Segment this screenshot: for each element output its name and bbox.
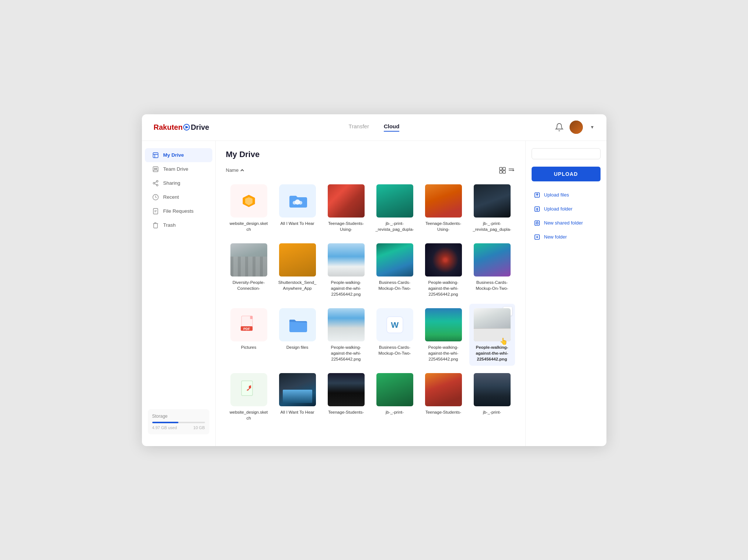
storage-box: Storage 4.97 GB used 10 GB xyxy=(148,409,209,434)
avatar-dropdown-icon[interactable]: ▼ xyxy=(590,125,595,130)
file-name: Pictures xyxy=(241,344,257,350)
file-item[interactable]: jb-_-print-_revista_pag_dupla- xyxy=(469,180,515,236)
file-item[interactable]: Teenage-Students-Using- xyxy=(323,180,369,236)
file-item[interactable]: Teenage-Students- xyxy=(323,369,369,425)
file-thumbnail xyxy=(376,184,413,218)
file-thumbnail xyxy=(230,243,267,276)
svg-text:W: W xyxy=(391,320,399,330)
file-item[interactable]: Business-Cards-Mockup-On-Two- xyxy=(469,239,515,301)
search-input[interactable] xyxy=(536,151,598,156)
file-thumbnail xyxy=(474,308,511,341)
file-item[interactable]: People-walking-against-the-whi-225456442… xyxy=(421,239,466,301)
sidebar-item-file-requests[interactable]: File Requests xyxy=(145,204,212,218)
avatar[interactable] xyxy=(570,121,583,134)
page-title: My Drive xyxy=(226,150,260,159)
file-thumbnail xyxy=(328,243,365,276)
sidebar-label-recent: Recent xyxy=(163,194,179,200)
file-name: Teenage-Students-Using- xyxy=(326,220,366,232)
sidebar-item-sharing[interactable]: Sharing xyxy=(145,176,212,190)
upload-folder-action[interactable]: Upload folder xyxy=(532,203,601,215)
svg-point-24 xyxy=(293,201,296,205)
sidebar-item-team-drive[interactable]: Team Drive xyxy=(145,162,212,176)
drive-logo-icon xyxy=(183,124,190,131)
file-item[interactable]: jb-_-print-_revista_pag_dupla- xyxy=(372,180,418,236)
file-item[interactable]: PDF Pictures xyxy=(226,304,272,366)
file-item[interactable]: All I Want To Hear xyxy=(275,180,320,236)
svg-rect-12 xyxy=(153,208,158,214)
sort-name-button[interactable]: Name xyxy=(226,167,245,173)
view-toggle[interactable] xyxy=(499,167,515,174)
avatar-image xyxy=(570,121,583,134)
file-item[interactable]: Teenage-Students-Using- xyxy=(421,180,466,236)
file-thumbnail xyxy=(474,373,511,406)
sidebar-item-recent[interactable]: Recent xyxy=(145,190,212,204)
sidebar-label-trash: Trash xyxy=(163,222,176,228)
file-thumbnail xyxy=(425,373,462,406)
file-item[interactable]: People-walking-against-the-whi-225456442… xyxy=(323,239,369,301)
file-item[interactable]: 👆 People-walking-against-the-whi-2254564… xyxy=(469,304,515,366)
list-sort-icon[interactable] xyxy=(508,167,515,174)
upload-files-action[interactable]: Upload files xyxy=(532,189,601,201)
file-thumbnail xyxy=(328,373,365,406)
svg-point-5 xyxy=(156,168,157,169)
svg-rect-15 xyxy=(500,167,502,170)
header-right: ▼ xyxy=(555,121,595,134)
file-name: Design files xyxy=(286,344,308,350)
svg-point-44 xyxy=(536,222,538,224)
file-item[interactable]: W Business-Cards-Mockup-On-Two- xyxy=(372,304,418,366)
file-item[interactable]: website_design.sketch xyxy=(226,369,272,425)
file-name: jb-_-print- xyxy=(483,409,501,415)
upload-folder-label: Upload folder xyxy=(544,206,573,212)
pdf-icon: PDF xyxy=(240,315,258,334)
file-thumbnail xyxy=(425,243,462,276)
file-item[interactable]: jb-_-print- xyxy=(469,369,515,425)
folder-shared-svg xyxy=(286,190,309,212)
team-drive-icon xyxy=(152,166,159,173)
file-item[interactable]: website_design.sketch xyxy=(226,180,272,236)
svg-marker-1 xyxy=(185,126,189,129)
file-item[interactable]: People-walking-against-the-whi-225456442… xyxy=(421,304,466,366)
file-name: website_design.sketch xyxy=(229,220,269,232)
file-name: People-walking-against-the-whi-225456442… xyxy=(424,344,463,362)
action-list: Upload files Upload folder xyxy=(532,189,601,243)
new-folder-action[interactable]: New folder xyxy=(532,231,601,243)
tab-transfer[interactable]: Transfer xyxy=(349,123,369,132)
file-name: All I Want To Hear xyxy=(280,409,314,415)
file-name: Teenage-Students- xyxy=(425,409,461,415)
file-item[interactable]: Business-Cards-Mockup-On-Two- xyxy=(372,239,418,301)
folder-plain-svg xyxy=(286,314,309,336)
file-name: Business-Cards-Mockup-On-Two- xyxy=(472,279,512,291)
file-item[interactable]: All I Want To Hear xyxy=(275,369,320,425)
tab-cloud[interactable]: Cloud xyxy=(384,123,400,132)
file-item[interactable]: Diversity-People-Connection- xyxy=(226,239,272,301)
svg-line-9 xyxy=(154,184,156,185)
bell-icon[interactable] xyxy=(555,123,564,132)
sketch-icon xyxy=(240,192,258,210)
upload-button[interactable]: UPLOAD xyxy=(532,167,601,181)
logo: Rakuten Drive xyxy=(154,123,209,132)
file-item[interactable]: People-walking-against-the-whi-225456442… xyxy=(323,304,369,366)
file-name: Teenage-Students- xyxy=(328,409,364,415)
sidebar-item-trash[interactable]: Trash xyxy=(145,218,212,232)
svg-point-8 xyxy=(156,184,158,186)
sidebar-item-my-drive[interactable]: My Drive xyxy=(145,148,212,162)
trash-icon xyxy=(152,222,159,229)
new-shared-folder-action[interactable]: New shared folder xyxy=(532,217,601,229)
file-thumbnail xyxy=(376,373,413,406)
folder-plain-icon xyxy=(279,308,316,341)
header: Rakuten Drive Transfer Cloud ▼ xyxy=(142,114,606,141)
storage-bar-fill xyxy=(152,422,178,423)
grid-view-icon[interactable] xyxy=(499,167,506,174)
storage-label: Storage xyxy=(152,414,205,419)
file-item[interactable]: jb-_-print- xyxy=(372,369,418,425)
file-item[interactable]: Design files xyxy=(275,304,320,366)
file-item[interactable]: Shutterstock_Send_Anywhere_App xyxy=(275,239,320,301)
search-box[interactable] xyxy=(532,148,601,159)
sidebar-label-team-drive: Team Drive xyxy=(163,166,188,172)
file-thumbnail xyxy=(474,184,511,218)
sidebar-label-my-drive: My Drive xyxy=(163,152,184,158)
file-grid: website_design.sketch All I Want To Hear xyxy=(226,180,515,425)
svg-rect-17 xyxy=(500,171,502,173)
new-shared-folder-label: New shared folder xyxy=(544,220,583,226)
file-item[interactable]: Teenage-Students- xyxy=(421,369,466,425)
